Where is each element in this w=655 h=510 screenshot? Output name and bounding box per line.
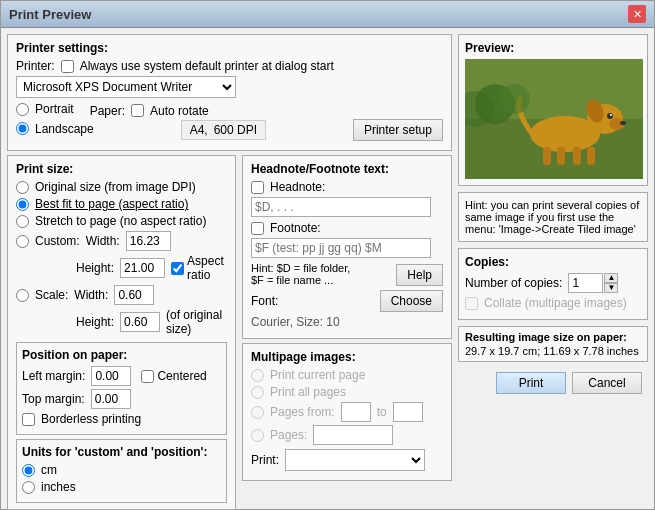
print-size-section: Print size: Original size (from image DP… <box>7 155 236 510</box>
result-label: Resulting image size on paper: <box>465 331 641 343</box>
headnote-hint: Hint: $D = file folder, $F = file name .… <box>251 262 350 286</box>
printer-label: Printer: <box>16 59 55 73</box>
cancel-button[interactable]: Cancel <box>572 372 642 394</box>
portrait-radio[interactable] <box>16 103 29 116</box>
inches-radio[interactable] <box>22 481 35 494</box>
copies-label: Copies: <box>465 255 641 269</box>
pages-radio <box>251 429 264 442</box>
copies-section: Copies: Number of copies: ▲ ▼ Collate (m… <box>458 248 648 320</box>
headnote-input[interactable] <box>251 197 431 217</box>
headnote-label: Headnote: <box>270 180 325 194</box>
scale-height-label: Height: <box>76 315 114 329</box>
position-label: Position on paper: <box>22 348 221 362</box>
collate-label: Collate (multipage images) <box>484 296 627 310</box>
copies-decrement-button[interactable]: ▼ <box>604 283 618 293</box>
headnote-checkbox[interactable] <box>251 181 264 194</box>
borderless-checkbox[interactable] <box>22 413 35 426</box>
centered-label: Centered <box>157 369 206 383</box>
landscape-label: Landscape <box>35 122 94 136</box>
custom-width-input[interactable] <box>126 231 171 251</box>
right-panel: Preview: <box>458 34 648 510</box>
stretch-radio[interactable] <box>16 215 29 228</box>
inches-label: inches <box>41 480 76 494</box>
stretch-label: Stretch to page (no aspect ratio) <box>35 214 206 228</box>
headnote-section: Headnote/Footnote text: Headnote: Footno… <box>242 155 452 339</box>
copies-input[interactable] <box>568 273 603 293</box>
svg-rect-12 <box>587 147 595 165</box>
left-margin-input[interactable] <box>91 366 131 386</box>
footnote-label: Footnote: <box>270 221 321 235</box>
middle-row: Print size: Original size (from image DP… <box>7 155 452 510</box>
scale-radio[interactable] <box>16 289 29 302</box>
printer-select[interactable]: Microsoft XPS Document Writer <box>16 76 236 98</box>
pages-to-input <box>393 402 423 422</box>
dialog-title: Print Preview <box>9 7 91 22</box>
always-use-checkbox[interactable] <box>61 60 74 73</box>
position-section: Position on paper: Left margin: Centered… <box>16 342 227 435</box>
svg-rect-11 <box>573 147 581 165</box>
multipage-label: Multipage images: <box>251 350 443 364</box>
units-label: Units for 'custom' and 'position': <box>22 445 221 459</box>
svg-point-5 <box>620 121 626 125</box>
multipage-section: Multipage images: Print current page Pri… <box>242 343 452 481</box>
custom-radio[interactable] <box>16 235 29 248</box>
spinner-buttons: ▲ ▼ <box>604 273 618 293</box>
pages-to-label: to <box>377 405 387 419</box>
print-button[interactable]: Print <box>496 372 566 394</box>
landscape-radio[interactable] <box>16 122 29 135</box>
font-value: Courier, Size: 10 <box>251 315 340 329</box>
custom-height-input[interactable] <box>120 258 165 278</box>
title-bar: Print Preview ✕ <box>1 1 654 28</box>
print-label: Print: <box>251 453 279 467</box>
left-margin-label: Left margin: <box>22 369 85 383</box>
copies-spinner: ▲ ▼ <box>568 273 618 293</box>
pages-input <box>313 425 393 445</box>
height-label: Height: <box>76 261 114 275</box>
original-size-radio[interactable] <box>16 181 29 194</box>
close-button[interactable]: ✕ <box>628 5 646 23</box>
preview-image <box>465 59 643 179</box>
help-button[interactable]: Help <box>396 264 443 286</box>
printer-setup-button[interactable]: Printer setup <box>353 119 443 141</box>
scale-label: Scale: <box>35 288 68 302</box>
result-value: 29.7 x 19.7 cm; 11.69 x 7.78 inches <box>465 345 641 357</box>
top-margin-input[interactable] <box>91 389 131 409</box>
svg-rect-10 <box>557 147 565 165</box>
pages-label: Pages: <box>270 428 307 442</box>
best-fit-label: Best fit to page (aspect ratio) <box>35 197 188 211</box>
pages-from-input <box>341 402 371 422</box>
custom-label: Custom: <box>35 234 80 248</box>
headnote-section-label: Headnote/Footnote text: <box>251 162 443 176</box>
auto-rotate-checkbox[interactable] <box>131 104 144 117</box>
scale-height-input[interactable] <box>120 312 160 332</box>
font-label: Font: <box>251 294 278 308</box>
number-of-copies-label: Number of copies: <box>465 276 562 290</box>
all-pages-label: Print all pages <box>270 385 346 399</box>
centered-checkbox[interactable] <box>141 370 154 383</box>
copies-increment-button[interactable]: ▲ <box>604 273 618 283</box>
best-fit-radio[interactable] <box>16 198 29 211</box>
original-size-label: Original size (from image DPI) <box>35 180 196 194</box>
portrait-label: Portrait <box>35 102 74 116</box>
print-preview-dialog: Print Preview ✕ Printer settings: Printe… <box>0 0 655 510</box>
preview-label: Preview: <box>465 41 641 55</box>
right-options-panel: Headnote/Footnote text: Headnote: Footno… <box>242 155 452 510</box>
dog-preview-svg <box>465 59 643 179</box>
choose-button[interactable]: Choose <box>380 290 443 312</box>
cm-radio[interactable] <box>22 464 35 477</box>
footnote-checkbox[interactable] <box>251 222 264 235</box>
printer-settings-section: Printer settings: Printer: Always use sy… <box>7 34 452 151</box>
scale-width-input[interactable] <box>114 285 154 305</box>
current-page-radio <box>251 369 264 382</box>
print-select[interactable] <box>285 449 425 471</box>
footnote-input[interactable] <box>251 238 431 258</box>
paper-info: A4, 600 DPI <box>181 120 266 140</box>
hint-section: Hint: you can print several copies of sa… <box>458 192 648 242</box>
svg-point-14 <box>500 84 530 114</box>
bottom-buttons: Print Cancel <box>458 368 648 398</box>
paper-size: A4, <box>190 123 208 137</box>
all-pages-radio <box>251 386 264 399</box>
aspect-ratio-checkbox[interactable] <box>171 262 184 275</box>
svg-rect-9 <box>543 147 551 165</box>
hint-help-row: Hint: $D = file folder, $F = file name .… <box>251 262 443 286</box>
